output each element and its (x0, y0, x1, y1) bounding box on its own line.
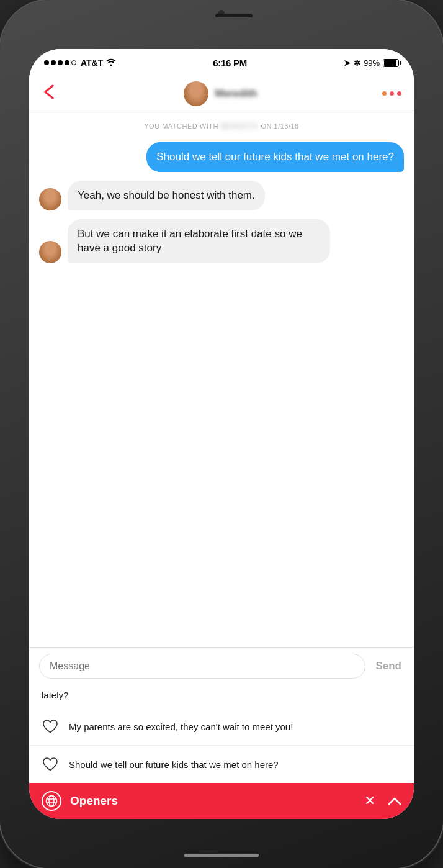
openers-bar: Openers ✕ (29, 783, 414, 819)
match-notice: YOU MATCHED WITH Meredith ON 1/16/16 (39, 122, 404, 130)
nav-bar: Meredith (29, 76, 414, 111)
openers-left: Openers (42, 791, 118, 811)
signal-bars (44, 60, 76, 65)
signal-dot-2 (51, 60, 56, 65)
bubble-in-1: Yeah, we should be honest with them. (68, 181, 265, 210)
status-right: ➤ ✲ 99% (344, 58, 399, 68)
wifi-icon (106, 58, 116, 68)
suggestion-text-1: My parents are so excited, they can't wa… (69, 720, 293, 733)
phone-frame: AT&T 6:16 PM ➤ ✲ 99% (0, 0, 443, 868)
speaker (215, 14, 253, 17)
battery-fill (384, 60, 396, 66)
message-row-in-2: But we can make it an elaborate first da… (39, 219, 404, 264)
openers-label: Openers (70, 794, 118, 808)
lately-text: lately? (29, 685, 414, 708)
suggestion-item-2[interactable]: Should we tell our future kids that we m… (29, 746, 414, 783)
openers-close-button[interactable]: ✕ (364, 793, 375, 809)
status-left: AT&T (44, 58, 116, 68)
more-dot-1 (382, 91, 387, 96)
signal-dot-3 (58, 60, 63, 65)
matched-name-blurred: Meredith (220, 122, 261, 130)
bubble-in-2: But we can make it an elaborate first da… (68, 219, 330, 264)
send-button[interactable]: Send (373, 658, 404, 675)
carrier-label: AT&T (81, 58, 103, 68)
heart-icon-1 (42, 718, 59, 735)
more-menu-button[interactable] (382, 91, 401, 96)
globe-icon (42, 791, 61, 811)
status-time: 6:16 PM (213, 58, 247, 68)
message-input[interactable] (39, 654, 365, 679)
message-row-out-1: Should we tell our future kids that we m… (39, 142, 404, 172)
svg-point-0 (47, 796, 57, 807)
signal-dot-5 (71, 60, 76, 65)
battery-icon (383, 59, 399, 67)
avatar-face (184, 81, 208, 106)
openers-right: ✕ (364, 793, 401, 809)
signal-dot-4 (65, 60, 69, 65)
bubble-out-1: Should we tell our future kids that we m… (146, 142, 404, 172)
location-icon: ➤ (344, 58, 351, 68)
openers-chevron-button[interactable] (388, 794, 401, 808)
contact-name[interactable]: Meredith (215, 88, 257, 100)
input-bar: Send (29, 647, 414, 685)
signal-dot-1 (44, 60, 49, 65)
more-dot-2 (390, 91, 394, 96)
nav-center: Meredith (184, 81, 257, 106)
chat-avatar-1 (39, 188, 61, 210)
suggestion-text-2: Should we tell our future kids that we m… (69, 758, 279, 771)
home-indicator[interactable] (184, 854, 259, 857)
status-bar: AT&T 6:16 PM ➤ ✲ 99% (29, 49, 414, 76)
svg-point-1 (49, 796, 54, 807)
suggestions-area: lately? My parents are so excited, they … (29, 685, 414, 783)
battery-text: 99% (364, 58, 380, 68)
bluetooth-icon: ✲ (354, 58, 360, 68)
avatar[interactable] (184, 81, 208, 106)
suggestion-item-1[interactable]: My parents are so excited, they can't wa… (29, 708, 414, 746)
heart-icon-2 (42, 756, 59, 773)
chat-avatar-2 (39, 241, 61, 263)
back-button[interactable] (42, 84, 59, 102)
more-dot-3 (397, 91, 401, 96)
phone-screen: AT&T 6:16 PM ➤ ✲ 99% (29, 49, 414, 819)
chat-area: YOU MATCHED WITH Meredith ON 1/16/16 Sho… (29, 111, 414, 647)
message-row-in-1: Yeah, we should be honest with them. (39, 181, 404, 210)
